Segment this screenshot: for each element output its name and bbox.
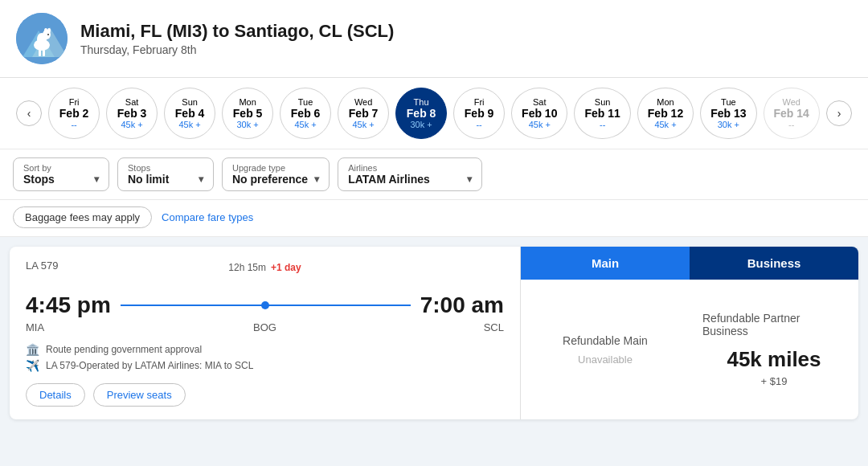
main-fare-body[interactable]: Refundable Main Unavailable <box>521 280 690 419</box>
day-num: Feb 11 <box>584 107 620 120</box>
duration-text: 12h 15m <box>228 262 266 273</box>
day-num: Feb 10 <box>522 107 557 120</box>
flight-times: 4:45 pm 7:00 am <box>26 292 504 318</box>
day-num: Feb 14 <box>774 107 809 120</box>
date-price: 30k + <box>236 120 258 129</box>
date-price: 45k + <box>294 120 316 129</box>
date-item-thu-feb8[interactable]: ThuFeb 830k + <box>395 88 447 139</box>
flight-notices: 🏛️ Route pending government approval ✈️ … <box>26 343 504 372</box>
date-price: -- <box>788 120 794 129</box>
duration-row: 12h 15m +1 day <box>228 262 301 273</box>
day-num: Feb 13 <box>710 107 746 120</box>
date-strip: ‹ FriFeb 2--SatFeb 345k +SunFeb 445k +Mo… <box>0 78 868 149</box>
stops-filter[interactable]: Stops No limit ▾ <box>117 157 214 191</box>
day-name: Fri <box>474 97 485 107</box>
details-button[interactable]: Details <box>26 383 85 407</box>
main-fare-header: Main <box>521 247 690 280</box>
date-price: 45k + <box>178 120 200 129</box>
route-info: Miami, FL (MI3) to Santiago, CL (SCL) Th… <box>80 21 394 56</box>
compare-fare-types-button[interactable]: Compare fare types <box>162 211 253 223</box>
day-num: Feb 4 <box>175 107 205 120</box>
airlines-chevron: ▾ <box>467 174 472 185</box>
day-name: Fri <box>69 97 80 107</box>
notice-operator-text: LA 579-Operated by LATAM Airlines: MIA t… <box>46 360 253 371</box>
day-name: Tue <box>298 97 313 107</box>
date-price: 45k + <box>529 120 551 129</box>
arrive-time: 7:00 am <box>420 292 504 318</box>
notice-operator: ✈️ LA 579-Operated by LATAM Airlines: MI… <box>26 359 504 372</box>
date-item-mon-feb5[interactable]: MonFeb 530k + <box>222 88 273 139</box>
stops-value: No limit ▾ <box>128 173 203 186</box>
airlines-filter[interactable]: Airlines LATAM Airlines ▾ <box>338 157 482 191</box>
svg-point-8 <box>44 28 47 33</box>
day-name: Mon <box>239 97 256 107</box>
flight-actions: Details Preview seats <box>26 383 504 407</box>
day-name: Thu <box>414 97 429 107</box>
business-fare-header: Business <box>690 247 858 280</box>
date-item-wed-feb14[interactable]: WedFeb 14-- <box>764 88 820 139</box>
day-num: Feb 2 <box>59 107 89 120</box>
date-price: 45k + <box>121 120 142 129</box>
date-item-fri-feb2[interactable]: FriFeb 2-- <box>48 88 100 139</box>
day-name: Sat <box>125 97 139 107</box>
origin-airport: MIA <box>26 321 90 333</box>
airlines-label: Airlines <box>348 163 472 173</box>
day-num: Feb 8 <box>407 107 436 120</box>
date-item-sat-feb3[interactable]: SatFeb 345k + <box>106 88 158 139</box>
airports-row: MIA BOG SCL <box>26 321 504 333</box>
day-name: Sun <box>595 97 611 107</box>
route-avatar <box>16 13 68 64</box>
action-row: Baggage fees may apply Compare fare type… <box>0 200 868 237</box>
day-num: Feb 6 <box>291 107 321 120</box>
sort-by-filter[interactable]: Sort by Stops ▾ <box>13 157 109 191</box>
route-title: Miami, FL (MI3) to Santiago, CL (SCL) <box>80 21 394 42</box>
depart-time: 4:45 pm <box>26 292 111 318</box>
filters-bar: Sort by Stops ▾ Stops No limit ▾ Upgrade… <box>0 149 868 200</box>
day-name: Wed <box>783 97 800 107</box>
date-price: 30k + <box>410 120 432 129</box>
day-name: Sat <box>533 97 547 107</box>
main-content: LA 579 12h 15m +1 day 4:45 pm 7:00 am MI… <box>10 247 858 419</box>
date-price: -- <box>600 120 605 129</box>
date-price: -- <box>476 120 481 129</box>
prev-date-button[interactable]: ‹ <box>16 100 42 126</box>
stops-chevron: ▾ <box>199 174 203 185</box>
date-item-sun-feb11[interactable]: SunFeb 11-- <box>574 88 630 139</box>
main-fare-status: Unavailable <box>578 354 633 366</box>
next-date-button[interactable]: › <box>826 100 852 126</box>
date-item-tue-feb13[interactable]: TueFeb 1330k + <box>700 88 756 139</box>
flight-route-line <box>111 305 420 306</box>
day-name: Mon <box>657 97 674 107</box>
upgrade-type-filter[interactable]: Upgrade type No preference ▾ <box>222 157 330 191</box>
date-list: FriFeb 2--SatFeb 345k +SunFeb 445k +MonF… <box>47 88 821 139</box>
date-item-mon-feb12[interactable]: MonFeb 1245k + <box>637 88 694 139</box>
route-date: Thursday, February 8th <box>80 43 394 56</box>
day-num: Feb 3 <box>117 107 147 120</box>
stops-label: Stops <box>128 163 203 173</box>
main-fare-name: Refundable Main <box>563 334 648 347</box>
day-num: Feb 5 <box>233 107 263 120</box>
preview-seats-button[interactable]: Preview seats <box>93 383 186 407</box>
date-item-wed-feb7[interactable]: WedFeb 745k + <box>338 88 389 139</box>
day-num: Feb 9 <box>465 107 494 120</box>
date-item-fri-feb9[interactable]: FriFeb 9-- <box>453 88 505 139</box>
date-item-sun-feb4[interactable]: SunFeb 445k + <box>164 88 215 139</box>
date-item-sat-feb10[interactable]: SatFeb 1045k + <box>511 88 567 139</box>
main-fare-column: Main Refundable Main Unavailable <box>521 247 690 419</box>
day-num: Feb 12 <box>648 107 683 120</box>
business-fare-body[interactable]: Refundable Partner Business 45k miles + … <box>690 280 858 419</box>
airline-icon: ✈️ <box>26 359 39 372</box>
date-price: 30k + <box>718 120 739 129</box>
flight-result: LA 579 12h 15m +1 day 4:45 pm 7:00 am MI… <box>10 247 521 419</box>
sort-by-chevron: ▾ <box>94 174 99 185</box>
day-name: Tue <box>721 97 736 107</box>
upgrade-type-label: Upgrade type <box>232 163 319 173</box>
svg-point-10 <box>47 34 49 35</box>
svg-rect-5 <box>43 50 45 56</box>
business-fare-column: Business Refundable Partner Business 45k… <box>690 247 858 419</box>
baggage-fees-button[interactable]: Baggage fees may apply <box>13 206 152 228</box>
svg-point-9 <box>47 28 51 33</box>
date-item-tue-feb6[interactable]: TueFeb 645k + <box>280 88 331 139</box>
day-name: Sun <box>182 97 198 107</box>
svg-rect-4 <box>39 50 41 56</box>
